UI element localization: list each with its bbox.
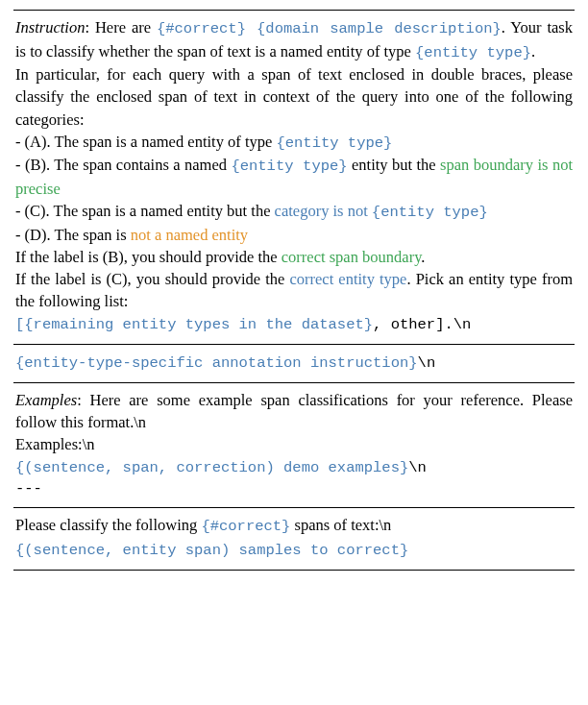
classify-instruction: Please classify the following {#correct}… <box>15 514 573 538</box>
text: - (D). The span is <box>15 226 131 244</box>
examples-header: Examples:\n <box>15 433 573 455</box>
option-b: - (B). The span contains a named {entity… <box>15 154 573 200</box>
placeholder-entity-type: {entity type} <box>415 44 531 61</box>
placeholder-demo-examples: {(sentence, span, correction) demo examp… <box>15 459 408 476</box>
placeholder-remaining-types: [{remaining entity types in the dataset} <box>15 316 373 333</box>
text: - (A). The span is a named entity of typ… <box>15 133 276 151</box>
text: . <box>531 42 535 61</box>
instruction-section: Instruction: Here are {#correct} {domain… <box>13 11 575 344</box>
text: , other].\n <box>373 316 471 333</box>
placeholder-entity-specific: {entity-type-specific annotation instruc… <box>15 354 418 372</box>
samples-placeholder-line: {(sentence, entity span) samples to corr… <box>15 538 573 562</box>
entity-specific-instruction: {entity-type-specific annotation instruc… <box>15 351 573 375</box>
placeholder-count-domain: {#correct} {domain sample description} <box>157 20 502 37</box>
correct-entity-type-text: correct entity type <box>289 270 406 288</box>
correct-span-boundary-text: correct span boundary <box>282 248 422 266</box>
text: If the label is (B), you should provide … <box>15 248 282 266</box>
examples-placeholder-line: {(sentence, span, correction) demo examp… <box>15 455 573 479</box>
category-not-text: category is not <box>275 202 368 220</box>
placeholder-entity-type: {entity type} <box>276 134 392 152</box>
text: If the label is (C), you should provide … <box>15 270 289 288</box>
examples-para-1: Examples: Here are some example span cla… <box>15 389 573 433</box>
text: : Here are <box>85 18 157 36</box>
text: spans of text:\n <box>290 516 391 534</box>
instruction-label: Instruction <box>15 18 85 36</box>
option-a: - (A). The span is a named entity of typ… <box>15 131 573 155</box>
label-b-guidance: If the label is (B), you should provide … <box>15 246 573 268</box>
entity-specific-section: {entity-type-specific annotation instruc… <box>13 344 575 382</box>
examples-label: Examples <box>15 391 77 409</box>
text: Please classify the following <box>15 516 201 534</box>
instruction-para-2: In particular, for each query with a spa… <box>15 63 573 130</box>
option-d: - (D). The span is not a named entity <box>15 224 573 246</box>
not-named-entity-text: not a named entity <box>131 226 248 244</box>
label-c-guidance: If the label is (C), you should provide … <box>15 268 573 312</box>
text: . <box>421 248 425 266</box>
newline-marker: \n <box>408 459 427 476</box>
text: - (B). The span contains a named <box>15 156 231 174</box>
remaining-types-line: [{remaining entity types in the dataset}… <box>15 312 573 336</box>
placeholder-entity-type: {entity type} <box>231 158 347 175</box>
placeholder-samples: {(sentence, entity span) samples to corr… <box>15 542 408 559</box>
text: entity but the <box>348 156 440 174</box>
text: - (C). The span is a named entity but th… <box>15 202 275 220</box>
newline-marker: \n <box>418 354 436 372</box>
dashes: --- <box>15 479 573 500</box>
instruction-para-1: Instruction: Here are {#correct} {domain… <box>15 16 573 63</box>
option-c: - (C). The span is a named entity but th… <box>15 200 573 224</box>
placeholder-correct-count: {#correct} <box>201 518 290 535</box>
prompt-template-box: Instruction: Here are {#correct} {domain… <box>13 10 575 571</box>
placeholder-entity-type: {entity type} <box>372 204 488 221</box>
text: : Here are some example span classificat… <box>15 391 573 431</box>
classify-section: Please classify the following {#correct}… <box>13 507 575 569</box>
examples-section: Examples: Here are some example span cla… <box>13 382 575 508</box>
